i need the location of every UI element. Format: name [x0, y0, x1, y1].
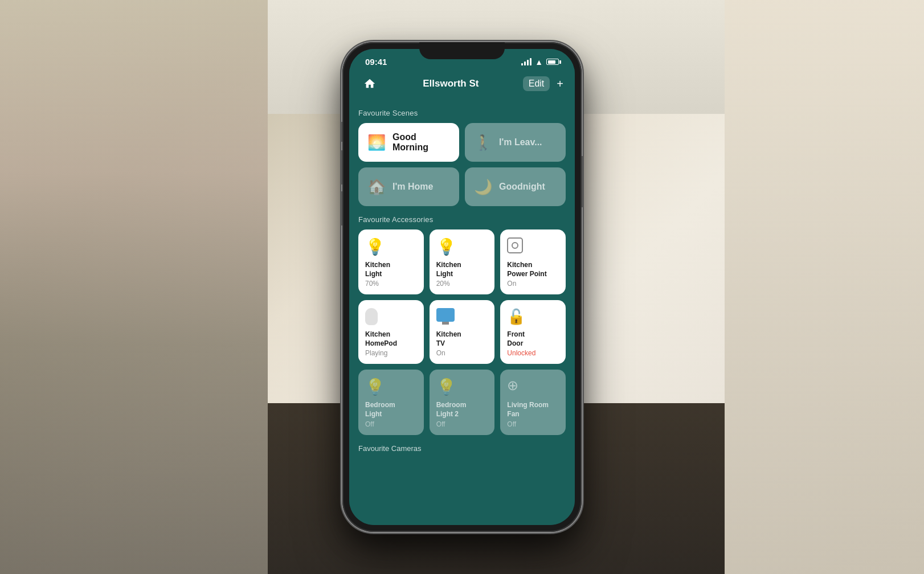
- kitchen-tv-status: On: [436, 349, 488, 357]
- front-door-name: FrontDoor: [507, 330, 559, 348]
- front-door-status: Unlocked: [507, 349, 559, 357]
- im-leaving-label: I'm Leav...: [499, 137, 542, 147]
- kitchen-right-bg: [725, 0, 924, 574]
- bedroom-light-2-status: Off: [436, 420, 488, 428]
- accessory-bedroom-light[interactable]: 💡 BedroomLight Off: [358, 370, 424, 434]
- content-area: Favourite Scenes 🌅 Good Morning 🚶 I'm Le…: [349, 100, 575, 525]
- accessory-kitchen-tv[interactable]: KitchenTV On: [430, 300, 495, 364]
- favourite-cameras-title: Favourite Cameras: [358, 444, 566, 453]
- kitchen-power-point-name: KitchenPower Point: [507, 261, 559, 278]
- kitchen-light-70-icon: 💡: [365, 238, 385, 256]
- im-home-icon: 🏠: [367, 178, 386, 196]
- good-morning-icon: 🌅: [367, 134, 386, 151]
- home-icon[interactable]: [361, 75, 379, 93]
- bedroom-light-2-name: BedroomLight 2: [436, 401, 488, 419]
- kitchen-tv-name: KitchenTV: [436, 330, 488, 348]
- nav-actions: Edit +: [523, 76, 563, 91]
- power-point-icon: [507, 237, 523, 253]
- accessory-kitchen-light-20[interactable]: 💡 KitchenLight 20%: [430, 229, 495, 294]
- nav-bar: Ellsworth St Edit +: [349, 70, 575, 100]
- volume-up-button[interactable]: [340, 150, 342, 184]
- kitchen-light-20-status: 20%: [436, 280, 488, 288]
- kitchen-light-70-status: 70%: [365, 280, 417, 288]
- battery-icon: [546, 59, 559, 65]
- phone-frame: 09:41 ▲: [342, 42, 582, 532]
- volume-down-button[interactable]: [340, 191, 342, 226]
- accessory-kitchen-power-point[interactable]: KitchenPower Point On: [500, 229, 566, 294]
- bedroom-light-status: Off: [365, 420, 417, 428]
- power-button[interactable]: [582, 156, 584, 207]
- kitchen-light-70-name: KitchenLight: [365, 261, 417, 278]
- kitchen-homepod-name: KitchenHomePod: [365, 330, 417, 348]
- bedroom-light-2-icon: 💡: [436, 378, 456, 396]
- kitchen-light-20-icon: 💡: [436, 238, 456, 256]
- accessories-grid: 💡 KitchenLight 70% 💡 KitchenLi: [358, 229, 566, 435]
- add-button[interactable]: +: [557, 77, 563, 91]
- goodnight-label: Goodnight: [499, 182, 545, 192]
- scene-im-leaving[interactable]: 🚶 I'm Leav...: [465, 123, 566, 162]
- goodnight-icon: 🌙: [474, 178, 492, 196]
- kitchen-homepod-status: Playing: [365, 349, 417, 357]
- kitchen-power-point-status: On: [507, 280, 559, 288]
- accessory-kitchen-homepod[interactable]: KitchenHomePod Playing: [358, 300, 424, 364]
- accessory-living-room-fan[interactable]: ⊕ Living RoomFan Off: [500, 370, 566, 434]
- screen: 09:41 ▲: [349, 49, 575, 525]
- nav-title: Ellsworth St: [423, 78, 479, 89]
- phone: 09:41 ▲: [342, 42, 582, 532]
- bedroom-light-name: BedroomLight: [365, 401, 417, 419]
- scenes-grid: 🌅 Good Morning 🚶 I'm Leav... 🏠 I'm Home: [358, 123, 566, 206]
- accessory-kitchen-light-70[interactable]: 💡 KitchenLight 70%: [358, 229, 424, 294]
- front-door-icon: 🔓: [507, 308, 525, 325]
- status-icons: ▲: [521, 58, 559, 67]
- bedroom-light-icon: 💡: [365, 378, 385, 396]
- living-room-fan-status: Off: [507, 420, 559, 428]
- accessory-bedroom-light-2[interactable]: 💡 BedroomLight 2 Off: [430, 370, 495, 434]
- kitchen-left-bg: [0, 0, 268, 574]
- favourite-accessories-title: Favourite Accessories: [358, 215, 566, 224]
- living-room-fan-icon: ⊕: [507, 378, 518, 393]
- accessory-front-door[interactable]: 🔓 FrontDoor Unlocked: [500, 300, 566, 364]
- living-room-fan-name: Living RoomFan: [507, 401, 559, 419]
- notch: [419, 42, 505, 59]
- homepod-icon: [365, 308, 378, 325]
- scene-good-morning[interactable]: 🌅 Good Morning: [358, 123, 459, 162]
- scene-goodnight[interactable]: 🌙 Goodnight: [465, 167, 566, 206]
- status-time: 09:41: [365, 57, 387, 67]
- tv-icon: [436, 308, 455, 322]
- mute-button[interactable]: [340, 122, 342, 142]
- edit-button[interactable]: Edit: [523, 76, 550, 91]
- kitchen-light-20-name: KitchenLight: [436, 261, 488, 278]
- signal-icon: [521, 58, 531, 65]
- wifi-icon: ▲: [535, 58, 543, 67]
- favourite-scenes-title: Favourite Scenes: [358, 109, 566, 117]
- scene-im-home[interactable]: 🏠 I'm Home: [358, 167, 459, 206]
- good-morning-label: Good Morning: [393, 132, 450, 153]
- im-home-label: I'm Home: [393, 182, 433, 192]
- im-leaving-icon: 🚶: [474, 134, 492, 151]
